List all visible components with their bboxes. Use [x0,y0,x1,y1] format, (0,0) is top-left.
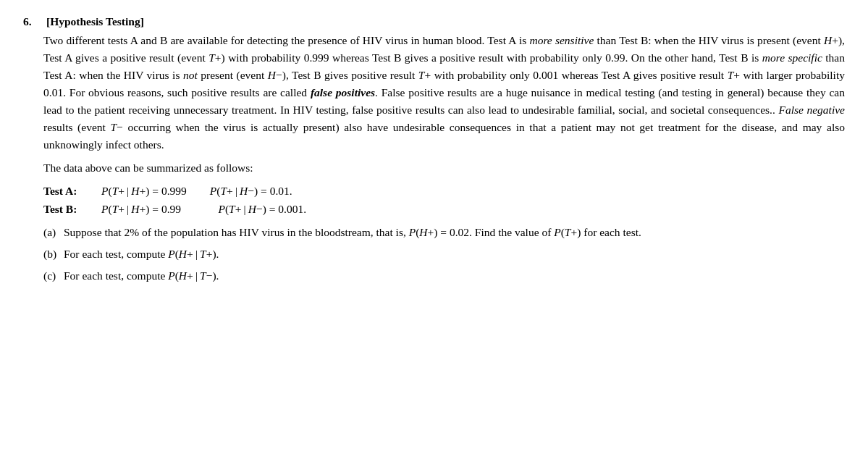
event-tplus-2: T [418,69,425,81]
problem-number: 6. [23,13,43,30]
false-negative-text: False negative [778,104,845,116]
part-b: (b) For each test, compute P(H+ | T+). [43,246,845,263]
problem-body: Two different tests A and B are availabl… [43,32,845,285]
test-a-eq1: P(T+ | H+) = 0.999 [101,182,187,200]
not-text: not [183,69,198,81]
event-tminus: T [110,121,117,133]
part-c-content: For each test, compute P(H+ | T−). [64,267,845,285]
part-b-label: (b) [43,246,64,263]
part-b-content: For each test, compute P(H+ | T+). [64,246,845,263]
intro-paragraph: Two different tests A and B are availabl… [43,32,845,154]
event-hminus: H [268,69,276,81]
event-hplus: H [824,34,832,46]
summary-table: Test A: P(T+ | H+) = 0.999 P(T+ | H−) = … [43,182,845,218]
event-tplus-3: T [728,69,734,81]
part-c: (c) For each test, compute P(H+ | T−). [43,267,845,285]
more-sensitive-text: more sensitive [529,34,594,46]
summary-intro: The data above can be summarized as foll… [43,159,845,177]
event-tplus-1: T [208,51,215,64]
part-a: (a) Suppose that 2% of the population ha… [43,224,845,241]
test-b-label: Test B: [43,201,101,218]
part-a-content: Suppose that 2% of the population has HI… [64,224,845,241]
test-b-row: Test B: P(T+ | H+) = 0.99 P(T+ | H−) = 0… [43,201,845,218]
test-a-row: Test A: P(T+ | H+) = 0.999 P(T+ | H−) = … [43,182,845,200]
problem-title: [Hypothesis Testing] [46,13,144,30]
false-positives-text: false positives [311,86,375,98]
part-a-label: (a) [43,224,64,241]
test-a-eq2: P(T+ | H−) = 0.01. [210,182,292,200]
test-a-label: Test A: [43,182,101,200]
test-b-eq2: P(T+ | H−) = 0.001. [218,201,306,218]
part-c-label: (c) [43,267,64,285]
problem-container: 6. [Hypothesis Testing] Two different te… [23,13,845,285]
problem-header: 6. [Hypothesis Testing] [23,13,845,30]
test-b-eq1: P(T+ | H+) = 0.99 [101,201,195,218]
more-specific-text: more specific [762,51,822,64]
